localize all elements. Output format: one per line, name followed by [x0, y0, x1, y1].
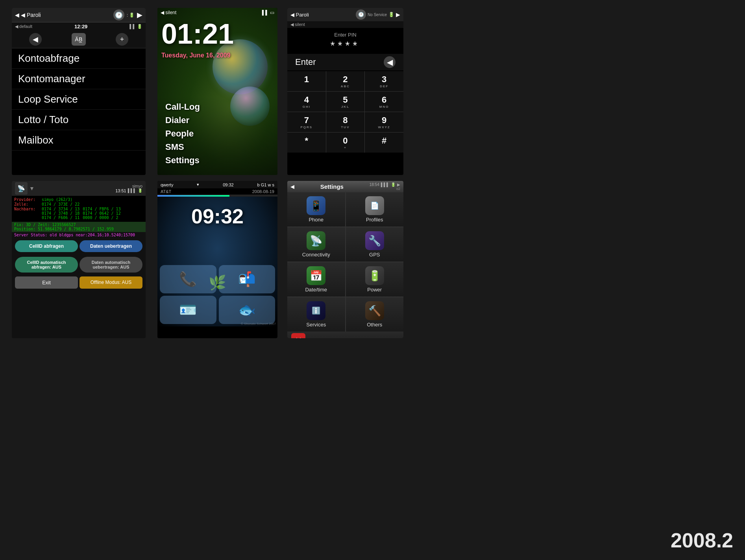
key-8[interactable]: 8TUV [326, 112, 365, 132]
status-bar-screen1: ◀ default 12:29 ▌▌ 🔋 [12, 22, 146, 31]
neighbor-3b: 0000 / 0000 / 2 [83, 216, 120, 220]
lock-menu-settings[interactable]: Settings [165, 154, 270, 167]
neighbor-1b: 0174 / FBF6 / 13 [83, 207, 120, 211]
setting-services[interactable]: ℹ️ Services [287, 297, 345, 332]
key-4[interactable]: 4GHI [287, 92, 326, 112]
server-status: Server Status: old bldgps near:204.16;10… [12, 232, 146, 238]
btn-offline[interactable]: Offline Modus: AUS [79, 276, 142, 289]
lock-menu-sms[interactable]: SMS [165, 140, 270, 154]
watermark: © Shonato Schwort 2007 [241, 322, 276, 326]
clock-icon-screen3: 🕐 [356, 9, 366, 20]
signal-battery: ▌▌ 🔋 [129, 24, 142, 29]
dropdown-icon5: ▾ [197, 182, 199, 187]
setting-profiles[interactable]: 📄 Profiles [346, 192, 404, 227]
enter-row: Enter ◀ [287, 54, 403, 70]
list-item-kontoabfrage[interactable]: Kontoabfrage [12, 48, 146, 69]
setting-phone[interactable]: 📱 Phone [287, 192, 345, 227]
screen-app-list: ◀ ◀ Paroli 🕐 : 🔋 ▶ ◀ default 12:29 ▌▌ 🔋 … [12, 8, 146, 175]
neighbor-2a: 0174 / 3748 / 18 [42, 211, 79, 216]
neighbor-2b: 0174 / 0642 / 12 [83, 211, 120, 216]
btn-exit[interactable]: Exit [15, 276, 78, 289]
list-item-loopservice[interactable]: Loop Service [12, 89, 146, 110]
back-button-screen1[interactable]: ◀ ◀ Paroli [15, 12, 41, 18]
list-item-kontomanager[interactable]: Kontomanager [12, 69, 146, 89]
btn-auto-transfer[interactable]: Daten automatisch uebertragen: AUS [79, 257, 142, 273]
btn-transfer[interactable]: Daten uebertragen [79, 240, 142, 252]
app-icon-phone[interactable]: 📞 [160, 265, 216, 293]
services-label: Services [306, 322, 326, 328]
back-arrow-icon: ◀ [15, 12, 19, 18]
enter-button[interactable]: Enter [295, 57, 316, 67]
back-btn-screen3[interactable]: ◀ Paroli [290, 12, 309, 18]
action-buttons-row1: CellID abfragen Daten uebertragen [12, 238, 146, 254]
dropdown-icon[interactable]: ▼ [29, 185, 35, 192]
lock-menu-dialer[interactable]: Dialer [165, 114, 270, 127]
fix-line: Fix: 3D / Zeit: 1235566527 [14, 223, 143, 227]
settings-grid: 📱 Phone 📄 Profiles 📡 Connectivity 🔧 GPS … [287, 192, 403, 332]
position-line: Position: 51.9864179 / 8.7982571 / 152.9… [14, 227, 143, 231]
top-bar-screen1: ◀ ◀ Paroli 🕐 : 🔋 ▶ [12, 8, 146, 22]
neighbor-3a: 0174 / F606 / 11 [42, 216, 79, 220]
mail-icon: 📬 [238, 271, 256, 287]
settings-right-info: 18:54 ▌▌▌ 🔋 ▶ o2 [370, 182, 400, 191]
pin-section: Enter PIN **** [287, 28, 403, 54]
lock-date: Tuesday, June 16, 2009 [161, 52, 231, 59]
setting-gps[interactable]: 🔧 GPS [346, 227, 404, 262]
sound-indicator: ◀ silent [161, 10, 176, 15]
back-btn-screen6[interactable]: ◀ [290, 184, 294, 190]
neighbors-label: Nachbarn: [14, 207, 42, 220]
key-3[interactable]: 3DEF [365, 71, 403, 91]
lock-time: 01:21 [161, 18, 234, 50]
list-item-mailbox[interactable]: Mailbox [12, 130, 146, 151]
quit-bar[interactable]: ✕ Quit [287, 332, 403, 338]
toolbar-add-btn[interactable]: + [116, 33, 128, 46]
key-9[interactable]: 9WXYZ [365, 112, 403, 132]
datetime-label: Date/time [305, 287, 327, 293]
key-hash[interactable]: # [365, 133, 403, 153]
key-6[interactable]: 6MNO [365, 92, 403, 112]
datetime-setting-icon: 📅 [307, 266, 325, 285]
app-icon-contact[interactable]: 🪪 [160, 296, 216, 324]
app-icon-gallery[interactable]: 🐟 [219, 296, 275, 324]
setting-power[interactable]: 🔋 Power [346, 262, 404, 297]
key-1[interactable]: 1 [287, 71, 326, 91]
btn-cellid-auto[interactable]: CellID automatisch abfragen: AUS [15, 257, 78, 273]
neighbor-1a: 0174 / 3734 / 13 [42, 207, 79, 211]
settings-nav-next[interactable]: ▶ [397, 182, 400, 187]
battery-icon: : 🔋 [127, 13, 135, 18]
lock-menu-calllog[interactable]: Call-Log [165, 100, 270, 114]
key-star[interactable]: * [287, 133, 326, 153]
battery-screen3: 🔋 [388, 12, 394, 17]
nav-next-icon[interactable]: ▶ [137, 11, 142, 19]
key-0[interactable]: 0+ [326, 133, 365, 153]
phone-icon: 📞 [179, 271, 197, 287]
connectivity-label: Connectivity [302, 252, 330, 258]
bottom-buttons: Exit Offline Modus: AUS [12, 275, 146, 291]
nav-next-screen3[interactable]: ▶ [396, 11, 400, 18]
setting-datetime[interactable]: 📅 Date/time [287, 262, 345, 297]
profiles-setting-icon: 📄 [365, 196, 384, 215]
toolbar-font-btn[interactable]: ÄB̲ [72, 33, 86, 46]
toolbar-back-btn[interactable]: ◀ [29, 33, 42, 46]
version-label: 2008.2 [671, 529, 733, 552]
provider-label: Provider: [14, 197, 42, 202]
signal-info: b G1 w s [257, 182, 274, 187]
list-item-lottototo[interactable]: Lotto / Toto [12, 110, 146, 130]
key-2[interactable]: 2ABC [326, 71, 365, 91]
battery-screen4: 🔋 [138, 188, 142, 193]
key-5[interactable]: 5JKL [326, 92, 365, 112]
phone-label: Phone [309, 217, 324, 223]
top-bar-screen6: ◀ Settings 18:54 ▌▌▌ 🔋 ▶ o2 [287, 181, 403, 192]
carrier-bar-screen5: AT&T 2008-08-19 [157, 188, 277, 195]
backspace-button[interactable]: ◀ [384, 56, 396, 68]
key-7[interactable]: 7PQRS [287, 112, 326, 132]
top-bar-screen5: qwerty ▾ 09:32 b G1 w s [157, 181, 277, 188]
setting-others[interactable]: 🔨 Others [346, 297, 404, 332]
screen-cellid: 📡 ▼ simyo 13:51 ▌▌▌ 🔋 Provider: simyo (2… [12, 181, 146, 338]
status-bar-screen3: ◀ silent [287, 21, 403, 28]
app-icon-mail[interactable]: 📬 [219, 265, 275, 293]
lock-menu-people[interactable]: People [165, 127, 270, 140]
home-background: 09:32 🌿 📞 📬 🪪 🐟 © Shonato Schwort 2007 [157, 197, 277, 326]
setting-connectivity[interactable]: 📡 Connectivity [287, 227, 345, 262]
btn-cellid-query[interactable]: CellID abfragen [15, 240, 78, 252]
